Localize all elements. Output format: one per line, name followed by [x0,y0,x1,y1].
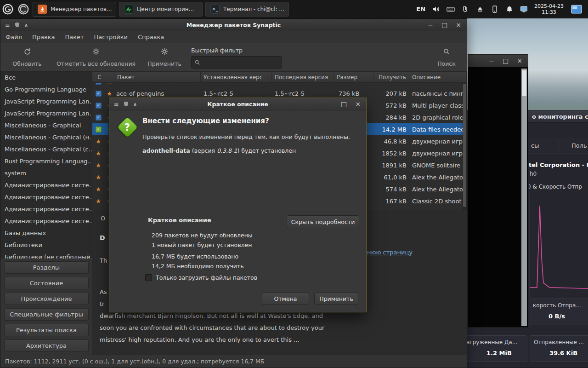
header-status[interactable]: С [92,72,104,83]
terminal-icon: >_ [210,5,220,14]
homepage-link[interactable]: нюю страницу [367,249,413,256]
shield-icon[interactable] [15,22,20,28]
header-emblem[interactable] [104,72,114,83]
maximize-button[interactable]: □ [503,58,509,64]
category-item[interactable]: Администрирование систе… [0,203,92,215]
quick-filter-input[interactable] [203,59,276,66]
close-button[interactable]: × [456,22,461,28]
category-item[interactable]: Администрирование систе… [0,215,92,227]
category-item[interactable]: system [0,167,92,179]
apply-button[interactable]: Применить [314,293,358,305]
window-menu-icon[interactable]: ≡ [114,101,119,107]
minimize-button[interactable]: − [428,22,433,28]
table-scrollbar[interactable] [463,83,467,210]
volume-icon[interactable] [431,5,440,13]
category-item[interactable]: Библиотеки (не свободный… [0,251,92,259]
menu-file[interactable]: Файл [0,31,27,43]
task-synaptic[interactable]: Менеджер пакетов... [33,2,116,17]
category-item[interactable]: Базы данных [0,227,92,239]
hide-details-button[interactable]: Скрыть подробности [287,215,359,228]
close-button[interactable]: × [355,101,361,107]
search-button[interactable]: Поиск [432,46,461,69]
search-label: Поиск [437,60,456,67]
header-download[interactable]: Получить [373,72,409,83]
header-latest[interactable]: Последняя версия [272,72,334,83]
shield-icon[interactable] [124,101,129,107]
dialog-content: ? Внести следующие изменения? Проверьте … [109,110,366,312]
menu-package[interactable]: Пакет [60,31,89,43]
keyboard-icon[interactable] [446,5,455,13]
minimize-button[interactable]: − [489,58,494,64]
apply-label: Применить [147,60,181,67]
table-row-clipped[interactable]: ✓ ★ [92,83,467,87]
menu-edit[interactable]: Правка [27,31,60,43]
category-item[interactable]: Rust Programming Languag… [0,155,92,167]
category-item[interactable]: Go Programming Language [0,84,92,96]
cancel-button[interactable]: Отмена [262,293,309,305]
description-line: dwarfish merchant Bjarn Fingolson. But n… [100,312,323,319]
tab-resources[interactable]: сы [531,142,539,149]
download-only-checkbox[interactable]: Только загрузить файлы пакетов [145,274,257,281]
mark-all-upgrades-button[interactable]: Отметить все обновления [52,46,140,69]
keyboard-layout-indicator[interactable]: EN [416,6,425,12]
notifications-bell-icon[interactable] [505,5,514,13]
clipboard-icon[interactable] [461,5,469,13]
task-terminal[interactable]: >_ Терминал - chi@cl: ... [205,2,289,17]
synaptic-titlebar[interactable]: ≡ ∧ Менеджер пакетов Synaptic − □ × [0,19,467,31]
header-installed[interactable]: Установленная верс [201,72,272,83]
status-button[interactable]: Состояние [4,277,89,289]
terminal-content[interactable] [468,67,528,327]
shade-icon[interactable]: ∧ [24,22,28,28]
window-menu-icon[interactable]: ≡ [5,22,10,28]
category-item[interactable]: JavaScript Programming Lan… [0,96,92,108]
status-marked-install-icon[interactable]: ✓ [96,126,102,132]
category-item[interactable]: Администрирование систе… [0,179,92,191]
architecture-button[interactable]: Архитектура [4,339,89,352]
refresh-button[interactable]: Обновить [5,46,49,69]
category-item[interactable]: Miscellaneous - Graphical [0,120,92,132]
device-icon[interactable] [490,5,499,13]
maximize-button[interactable]: □ [341,101,347,107]
search-icon [443,48,450,55]
shade-icon[interactable]: ∧ [133,101,137,107]
terminal-titlebar[interactable]: − □ × [468,55,528,67]
origin-button[interactable]: Происхождение [4,293,89,305]
maximize-button[interactable]: □ [441,22,447,28]
category-item[interactable]: Все [0,72,92,84]
status-installed-icon[interactable]: ✓ [96,115,102,121]
clock[interactable]: 2025-04-23 11:33 [534,3,564,15]
task-monitor[interactable]: Центр мониторин... [119,2,203,17]
status-installed-icon[interactable]: ✓ [96,103,102,109]
category-item[interactable]: Администрирование систе… [0,191,92,203]
dialog-titlebar[interactable]: ≡ ∧ Краткое описание □ × [109,98,366,110]
supported-star-icon: ★ [96,198,101,204]
display-icon[interactable] [520,5,528,13]
details-tab-fragment[interactable]: О [101,215,105,222]
search-results-button[interactable]: Результаты поиска [4,324,89,336]
cell-download: 574 kB [373,186,409,193]
secondary-menu-icon[interactable] [16,1,31,17]
category-item[interactable]: Miscellaneous - Graphical (н… [0,132,92,144]
chart-title: ) & Скорость Отпр [529,184,582,190]
menu-settings[interactable]: Настройки [89,31,133,43]
close-button[interactable]: × [517,58,522,64]
eject-icon[interactable] [475,5,484,13]
tab-users[interactable]: Поль [571,142,587,149]
checkbox-icon[interactable] [145,274,152,281]
header-package[interactable]: Пакет [114,72,201,83]
apply-button[interactable]: Применить [143,46,186,69]
downloaded-card: агруженные Да... 1.2 MiB [462,335,527,362]
category-item[interactable]: Библиотеки [0,239,92,251]
header-description[interactable]: Описание [409,72,467,83]
terminal-scrollbar[interactable] [521,69,527,326]
monitoring-title: о мониторинга си [532,113,588,120]
header-size[interactable]: Размер [334,72,373,83]
status-installed-icon[interactable]: ✓ [96,91,102,97]
custom-filters-button[interactable]: Специальные фильтры [4,308,89,321]
menu-help[interactable]: Справка [133,31,169,43]
app-menu-icon[interactable] [0,1,16,17]
sections-button[interactable]: Разделы [4,261,89,274]
workspace-switcher-icon[interactable] [570,5,583,13]
category-item[interactable]: Miscellaneous - Graphical (с… [0,144,92,155]
category-item[interactable]: JavaScript Programming Lan… [0,108,92,120]
